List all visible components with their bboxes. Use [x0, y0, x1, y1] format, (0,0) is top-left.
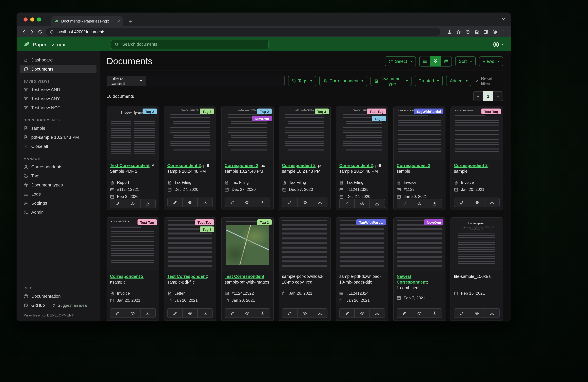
- tag-badge[interactable]: Tag 3: [200, 108, 214, 114]
- sidebar-item-documentation[interactable]: Documentation: [20, 292, 97, 300]
- tab-close-icon[interactable]: [117, 20, 120, 23]
- edit-document-button[interactable]: [282, 198, 297, 207]
- view-document-button[interactable]: [469, 308, 485, 318]
- correspondent-link[interactable]: Correspondent 2: [110, 274, 144, 279]
- edit-document-button[interactable]: [397, 308, 412, 318]
- edit-document-button[interactable]: [167, 308, 183, 318]
- app-brand[interactable]: Paperless-ngx: [17, 41, 104, 48]
- document-thumbnail[interactable]: A Simple PDF FileTest Tag: [107, 218, 159, 271]
- sidebar-item-sample[interactable]: sample: [20, 124, 97, 132]
- correspondent-link[interactable]: Newest Correspondent: [397, 274, 427, 284]
- sidebar-item-settings[interactable]: Settings: [20, 199, 97, 207]
- document-title[interactable]: Correspondent 2: pdf-sample 10.24.48 PM: [282, 163, 327, 175]
- download-document-button[interactable]: [369, 308, 385, 318]
- download-document-button[interactable]: [197, 198, 213, 207]
- view-document-button[interactable]: [125, 199, 141, 208]
- download-document-button[interactable]: [140, 199, 155, 208]
- tag-badge[interactable]: Tag 3: [200, 226, 214, 232]
- tag-badge[interactable]: Test Tag: [138, 219, 157, 225]
- list-view-button[interactable]: [419, 56, 430, 66]
- edit-document-button[interactable]: [110, 199, 126, 208]
- reload-icon[interactable]: [38, 29, 43, 34]
- view-document-button[interactable]: [182, 198, 198, 207]
- tag-badge[interactable]: Tag 3: [315, 108, 329, 114]
- filter-added-button[interactable]: Added: [446, 76, 471, 86]
- document-thumbnail[interactable]: Adobe Acrobat PDF FilesTag 3: [279, 107, 331, 160]
- user-menu[interactable]: [493, 41, 504, 48]
- view-document-button[interactable]: [412, 308, 427, 318]
- correspondent-link[interactable]: Test Correspondent: [167, 274, 207, 279]
- browser-menu-icon[interactable]: [502, 29, 506, 34]
- forward-icon[interactable]: [30, 29, 35, 34]
- document-title[interactable]: Test Correspondent: sample-pdf-with-imag…: [225, 274, 270, 286]
- side-panel-icon[interactable]: [483, 29, 488, 34]
- correspondent-link[interactable]: Correspondent 2: [454, 163, 488, 168]
- document-thumbnail[interactable]: Adobe Acrobat PDF FilesTag 3: [164, 107, 216, 160]
- download-document-button[interactable]: [484, 198, 500, 207]
- sidebar-item-suggest-an-idea[interactable]: Suggest an idea: [52, 303, 87, 308]
- sidebar-item-document-types[interactable]: Document types: [20, 181, 97, 189]
- download-document-button[interactable]: [312, 198, 328, 207]
- download-document-button[interactable]: [140, 308, 155, 318]
- download-document-button[interactable]: [427, 199, 442, 208]
- document-thumbnail[interactable]: Lorem ipsumLorem ipsum dolor sit amet, c…: [451, 218, 503, 271]
- correspondent-link[interactable]: Correspondent 2: [282, 163, 315, 168]
- sidebar-item-test-view-not[interactable]: Test View NOT: [20, 103, 97, 112]
- grid-view-button[interactable]: [430, 56, 441, 66]
- document-title[interactable]: Test Correspondent: A Sample PDF 2: [110, 163, 155, 175]
- tag-badge[interactable]: TagWithPartial: [356, 219, 386, 225]
- document-thumbnail[interactable]: Test TagTag 3: [164, 218, 216, 271]
- edit-document-button[interactable]: [167, 198, 183, 207]
- reset-filters-button[interactable]: Reset filters: [475, 76, 503, 86]
- edit-document-button[interactable]: [397, 199, 412, 208]
- document-title[interactable]: sample-pdf-download-10-mb copy_red: [282, 274, 327, 286]
- select-button[interactable]: Select: [385, 57, 416, 66]
- document-card[interactable]: Adobe Acrobat PDF FilesTest TagTag 2Corr…: [336, 106, 388, 210]
- document-title[interactable]: Correspondent 2: sample: [454, 163, 500, 175]
- download-document-button[interactable]: [484, 308, 500, 318]
- document-thumbnail[interactable]: Adobe Acrobat PDF FilesTest TagTag 2: [336, 107, 388, 160]
- edit-document-button[interactable]: [110, 308, 126, 318]
- edit-document-button[interactable]: [225, 198, 240, 207]
- document-card[interactable]: Adobe Acrobat PDF FilesTag 3Corresponden…: [278, 106, 331, 210]
- filter-field-dropdown[interactable]: Title & content: [106, 76, 146, 86]
- document-title[interactable]: Correspondent 2: pdf-sample 10.24.48 PM: [167, 163, 213, 175]
- current-page-button[interactable]: 1: [483, 91, 493, 101]
- document-title[interactable]: Correspondent 2: pdf-sample 10.24.48 PM: [225, 163, 270, 175]
- tag-badge[interactable]: Test Tag: [195, 219, 214, 225]
- view-document-button[interactable]: [297, 308, 313, 318]
- maximize-window-button[interactable]: [37, 18, 41, 21]
- document-card[interactable]: Adobe Acrobat PDF FilesTag 2NewOneCorres…: [221, 106, 273, 210]
- correspondent-link[interactable]: Correspondent 2: [397, 163, 430, 168]
- tag-badge[interactable]: Tag 2: [257, 108, 272, 114]
- minimize-window-button[interactable]: [30, 18, 34, 21]
- edit-document-button[interactable]: [339, 199, 355, 208]
- document-card[interactable]: TagWithPartialsample-pdf-download-10-mb-…: [336, 217, 388, 321]
- document-title[interactable]: file-sample_150kBs: [454, 274, 500, 286]
- download-document-button[interactable]: [369, 199, 385, 208]
- document-title[interactable]: Correspondent 2: asample: [110, 274, 155, 286]
- sidebar-item-pdf-sample-10-24-48-pm[interactable]: pdf-sample 10.24.48 PM: [20, 133, 97, 141]
- sidebar-item-test-view-any[interactable]: Test View ANY: [20, 94, 97, 103]
- filter-correspondent-button[interactable]: Correspondent: [319, 76, 367, 86]
- next-page-button[interactable]: »: [493, 91, 503, 101]
- view-document-button[interactable]: [125, 308, 141, 318]
- edit-document-button[interactable]: [282, 308, 297, 318]
- previous-page-button[interactable]: «: [473, 91, 483, 101]
- document-thumbnail[interactable]: Adobe Acrobat PDF FilesTag 2NewOne: [222, 107, 273, 160]
- site-info-icon[interactable]: [50, 30, 54, 34]
- address-bar[interactable]: localhost:4200/documents: [46, 28, 441, 36]
- document-title[interactable]: Correspondent 2: sample: [397, 163, 442, 175]
- document-card[interactable]: A Simple PDF FileTest TagCorrespondent 2…: [451, 106, 503, 210]
- browser-profile-icon[interactable]: [493, 29, 497, 34]
- document-thumbnail[interactable]: A Simple PDF FileTagWithPartial: [394, 107, 445, 160]
- view-document-button[interactable]: [182, 308, 198, 318]
- tag-badge[interactable]: NewOne: [424, 219, 444, 225]
- download-document-button[interactable]: [427, 308, 442, 318]
- document-title[interactable]: Correspondent 2: pdf-sample 10.24.48 PM: [339, 163, 385, 175]
- sort-button[interactable]: Sort: [455, 57, 476, 66]
- download-document-button[interactable]: [255, 308, 270, 318]
- close-window-button[interactable]: [23, 18, 28, 21]
- tag-badge[interactable]: TagWithPartial: [414, 108, 444, 114]
- document-card[interactable]: Adobe Acrobat PDF FilesTag 3Corresponden…: [164, 106, 216, 210]
